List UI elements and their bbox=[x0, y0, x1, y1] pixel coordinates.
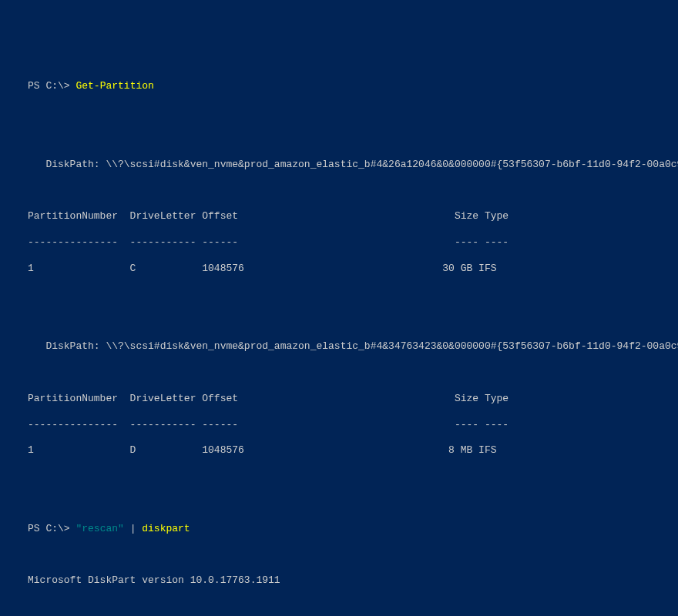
partition-table-divider: --------------- ----------- ------ ---- … bbox=[28, 419, 670, 432]
ps-prompt: PS C:\> bbox=[28, 80, 76, 92]
diskpart-version: Microsoft DiskPart version 10.0.17763.19… bbox=[28, 574, 670, 588]
cmdlet-get-partition: Get-Partition bbox=[76, 80, 153, 92]
partition-row: 1 C 1048576 30 GB IFS bbox=[28, 263, 670, 276]
partition-table-header: PartitionNumber DriveLetter Offset Size … bbox=[28, 393, 670, 406]
string-literal: "rescan" bbox=[76, 523, 123, 534]
partition-row: 1 D 1048576 8 MB IFS bbox=[28, 444, 670, 457]
diskpath-line: DiskPath: \\?\scsi#disk&ven_nvme&prod_am… bbox=[28, 159, 670, 172]
pipe-operator: | bbox=[124, 523, 142, 534]
cmdlet-diskpart: diskpart bbox=[142, 523, 190, 534]
terminal-output: PS C:\> Get-Partition DiskPath: \\?\scsi… bbox=[28, 68, 670, 616]
partition-table-divider: --------------- ----------- ------ ---- … bbox=[28, 236, 670, 249]
partition-table-header: PartitionNumber DriveLetter Offset Size … bbox=[28, 210, 670, 223]
ps-prompt: PS C:\> bbox=[28, 523, 76, 534]
diskpath-line: DiskPath: \\?\scsi#disk&ven_nvme&prod_am… bbox=[28, 340, 670, 353]
